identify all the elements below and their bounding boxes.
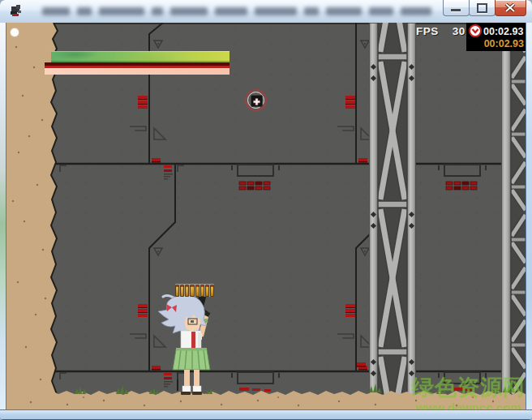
ammo-bullet xyxy=(210,285,214,297)
fps-label: FPS xyxy=(416,25,439,37)
game-window: FPS30 00:02.93 00:02.93 绿色资源网 www.downcc… xyxy=(0,0,532,420)
ammo-bullet xyxy=(190,285,194,297)
close-icon xyxy=(504,3,516,12)
truss-tower-right xyxy=(501,23,526,397)
crosshair-cursor[interactable] xyxy=(245,89,267,111)
timer-best: 00:02.93 xyxy=(484,38,524,49)
game-viewport[interactable]: FPS30 00:02.93 00:02.93 绿色资源网 www.downcc… xyxy=(6,23,526,409)
titlebar[interactable] xyxy=(0,0,532,24)
close-button[interactable] xyxy=(495,0,526,16)
health-bar xyxy=(45,51,230,75)
crosshair-core xyxy=(251,95,263,107)
player-marker-dot xyxy=(11,28,19,36)
sand-column xyxy=(6,23,63,409)
window-icon xyxy=(9,4,23,18)
ammo-bullet xyxy=(195,285,200,297)
timer-panel: 00:02.93 00:02.93 xyxy=(466,23,526,51)
timer-main: 00:02.93 xyxy=(483,26,523,37)
ammo-bar xyxy=(175,284,214,297)
ammo-bullet xyxy=(180,285,184,297)
health-bar-salmon xyxy=(45,68,230,75)
clock-icon xyxy=(469,24,482,37)
fps-counter: FPS30 xyxy=(416,25,466,37)
minimize-icon xyxy=(451,9,461,11)
window-title-redacted xyxy=(42,6,431,16)
wall-panels xyxy=(6,23,526,409)
truss-tower xyxy=(369,23,416,397)
minimize-button[interactable] xyxy=(443,0,470,16)
ammo-bullet xyxy=(200,285,204,297)
player-character xyxy=(152,292,217,396)
window-border-bottom xyxy=(0,409,532,420)
ground xyxy=(6,384,526,409)
health-bar-green xyxy=(51,51,230,62)
fps-value: 30 xyxy=(453,25,466,37)
ammo-bullet xyxy=(185,285,189,297)
ammo-bullet xyxy=(205,285,209,297)
window-controls xyxy=(444,0,526,16)
maximize-button[interactable] xyxy=(469,0,496,16)
plus-icon xyxy=(251,96,262,107)
window-border-right xyxy=(526,23,532,409)
window-border-left xyxy=(0,23,6,409)
maximize-icon xyxy=(477,3,487,13)
ammo-bullet xyxy=(175,285,179,297)
